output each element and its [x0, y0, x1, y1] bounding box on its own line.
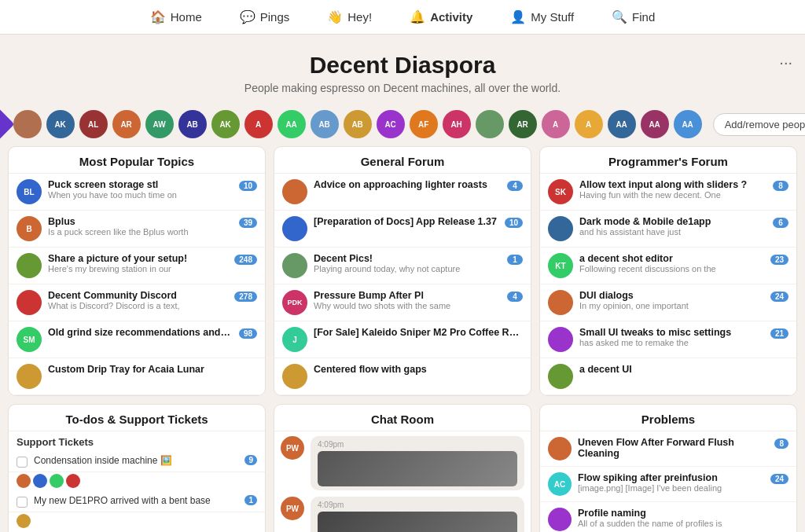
topic-sub: Is a puck screen like the Bplus worth [48, 227, 233, 237]
topic-sub: When you have too much time on [48, 190, 233, 200]
topic-sub: has asked me to remake the [579, 338, 764, 347]
avatar-AK-2[interactable]: AK [211, 110, 240, 138]
most-popular-title: Most Popular Topics [9, 147, 265, 174]
list-item[interactable]: PDK Pressure Bump After Pl Why would two… [274, 284, 531, 321]
chat-message: PW 4:09pm [281, 436, 524, 490]
avatar: BL [17, 179, 42, 204]
page-subtitle: People making espresso on Decent machine… [13, 82, 792, 94]
nav-home[interactable]: 🏠 Home [144, 6, 208, 28]
chat-title: Chat Room [274, 405, 531, 431]
my-stuff-icon: 👤 [510, 9, 526, 24]
nav-activity[interactable]: 🔔 Activity [403, 6, 479, 28]
avatar-photo-1[interactable] [13, 110, 42, 138]
list-item[interactable]: Decent Pics! Playing around today, why n… [274, 248, 531, 284]
list-item[interactable]: Custom Drip Tray for Acaia Lunar [9, 358, 265, 395]
avatar-AB-3[interactable]: AB [344, 110, 372, 138]
home-icon: 🏠 [150, 9, 166, 24]
list-item[interactable]: My new DE1PRO arrived with a bent base 1 [9, 491, 265, 512]
todo-checkbox[interactable] [17, 497, 28, 508]
avatar-AA-2[interactable]: AA [608, 110, 636, 138]
avatar-AR-1[interactable]: AR [112, 110, 141, 138]
avatar-AH[interactable]: AH [443, 110, 471, 138]
topic-content: Small UI tweaks to misc settings has ask… [579, 327, 764, 347]
todo-badge: 9 [244, 455, 257, 465]
avatar-diamond[interactable]: ◇ [0, 105, 14, 145]
list-item[interactable]: Share a picture of your setup! Here's my… [9, 248, 265, 284]
list-item[interactable]: Profile naming All of a sudden the name … [540, 502, 796, 532]
list-item[interactable]: J [For Sale] Kaleido Sniper M2 Pro Coffe… [274, 321, 531, 358]
list-item[interactable]: DUI dialogs In my opinion, one important… [540, 284, 796, 321]
list-item[interactable]: SK Allow text input along with sliders ?… [540, 174, 796, 211]
support-tickets-title: Support Tickets [9, 431, 265, 451]
topic-title: Decent Community Discord [48, 290, 228, 301]
avatar [282, 179, 307, 204]
list-item[interactable]: Centered flow with gaps [274, 358, 531, 395]
avatar: KT [548, 253, 573, 278]
avatar-AC[interactable]: AC [377, 110, 405, 138]
chat-message: PW 4:09pm [281, 497, 524, 532]
avatar [548, 216, 573, 241]
avatar-AA-3[interactable]: AA [641, 110, 669, 138]
avatar-AA-4[interactable]: AA [674, 110, 702, 138]
list-item[interactable]: B Bplus Is a puck screen like the Bplus … [9, 211, 265, 248]
chat-bubble: 4:09pm [311, 497, 524, 532]
list-item[interactable]: [Preparation of Docs] App Release 1.37 1… [274, 211, 531, 248]
avatar-AB-2[interactable]: AB [311, 110, 339, 138]
hey-icon: 👋 [327, 9, 343, 24]
topic-content: Decent Pics! Playing around today, why n… [314, 253, 501, 273]
avatar [548, 437, 572, 460]
todo-text: Condensation inside machine 🖼️ [34, 455, 238, 466]
avatar-A-2[interactable]: A [542, 110, 570, 138]
topic-sub: Having fun with the new decent. One [579, 190, 766, 200]
avatar-photo-2[interactable] [476, 110, 504, 138]
avatar-A-1[interactable]: A [244, 110, 273, 138]
topic-title: Decent Pics! [314, 253, 501, 264]
list-item[interactable]: Dark mode & Mobile de1app and his assist… [540, 211, 796, 248]
topic-sub: Why would two shots with the same [314, 301, 501, 310]
topic-title: [Preparation of Docs] App Release 1.37 [314, 216, 498, 227]
avatar-AR-2[interactable]: AR [509, 110, 537, 138]
general-forum-title: General Forum [274, 147, 531, 174]
topic-title: Old grind size recommendations and flow … [48, 327, 233, 338]
list-item[interactable]: a decent UI [540, 358, 796, 395]
list-item[interactable]: KT a decent shot editor Following recent… [540, 248, 796, 284]
avatar: SK [548, 179, 573, 204]
nav-find[interactable]: 🔍 Find [605, 6, 661, 28]
list-item[interactable]: SM Old grind size recommendations and fl… [9, 321, 265, 358]
avatar [548, 327, 573, 352]
avatar-AL[interactable]: AL [79, 110, 108, 138]
list-item[interactable]: Uneven Flow After Forward Flush Cleaning… [540, 431, 796, 467]
avatar-AK-1[interactable]: AK [46, 110, 75, 138]
nav-hey[interactable]: 👋 Hey! [321, 6, 378, 28]
avatar-AF[interactable]: AF [410, 110, 438, 138]
avatar-AA-1[interactable]: AA [278, 110, 306, 138]
list-item[interactable]: Condensation inside machine 🖼️ 9 [9, 451, 265, 472]
add-remove-people-button[interactable]: Add/remove people [713, 113, 805, 136]
nav-my-stuff[interactable]: 👤 My Stuff [504, 6, 580, 28]
list-item[interactable]: Small UI tweaks to misc settings has ask… [540, 321, 796, 358]
list-item[interactable]: AC Flow spiking after preinfusion [image… [540, 467, 796, 502]
avatar: AC [548, 472, 572, 496]
avatar [17, 364, 42, 389]
avatar: PDK [282, 290, 307, 315]
topic-badge: 39 [239, 218, 257, 228]
avatar: PW [281, 436, 304, 460]
avatar-AB-1[interactable]: AB [178, 110, 207, 138]
topic-sub: Here's my brewing station in our [48, 264, 228, 273]
list-item[interactable]: Advice on approaching lighter roasts 4 [274, 174, 531, 211]
chat-bubble: 4:09pm [311, 436, 524, 490]
topic-title: Puck screen storage stl [48, 179, 233, 190]
avatar-AW[interactable]: AW [145, 110, 174, 138]
avatar: B [17, 216, 42, 241]
topic-content: [Preparation of Docs] App Release 1.37 [314, 216, 498, 227]
todo-checkbox[interactable] [17, 457, 28, 468]
list-item[interactable]: Decent Community Discord What is Discord… [9, 284, 265, 321]
topic-title: Custom Drip Tray for Acaia Lunar [48, 364, 257, 375]
list-item[interactable]: BL Puck screen storage stl When you have… [9, 174, 265, 211]
topic-badge: 4 [507, 292, 523, 302]
chat-image [318, 512, 517, 532]
topic-badge: 23 [770, 255, 788, 265]
more-options-button[interactable]: ··· [779, 53, 792, 72]
avatar-A-3[interactable]: A [575, 110, 603, 138]
nav-pings[interactable]: 💬 Pings [233, 6, 296, 28]
